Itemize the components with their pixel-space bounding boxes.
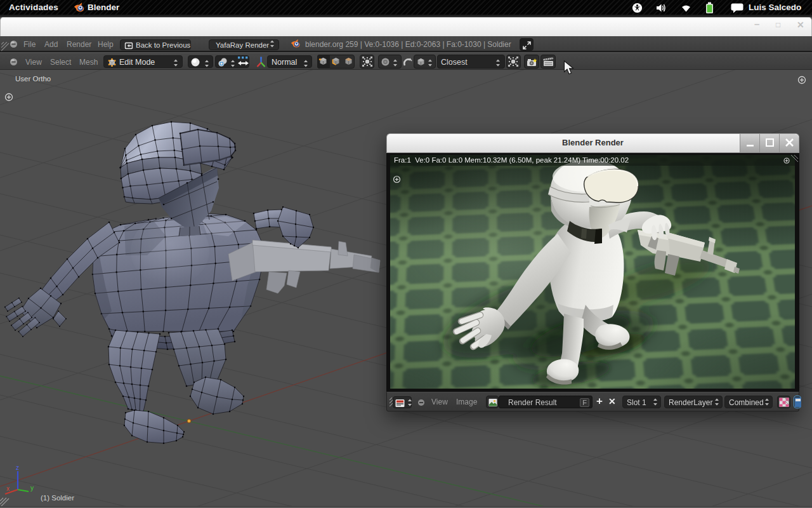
svg-text:y: y <box>30 485 34 491</box>
svg-text:x: x <box>6 485 10 492</box>
svg-text:User Ortho: User Ortho <box>15 75 51 83</box>
svg-text:(1) Soldier: (1) Soldier <box>41 494 74 502</box>
svg-text:z: z <box>16 464 19 471</box>
